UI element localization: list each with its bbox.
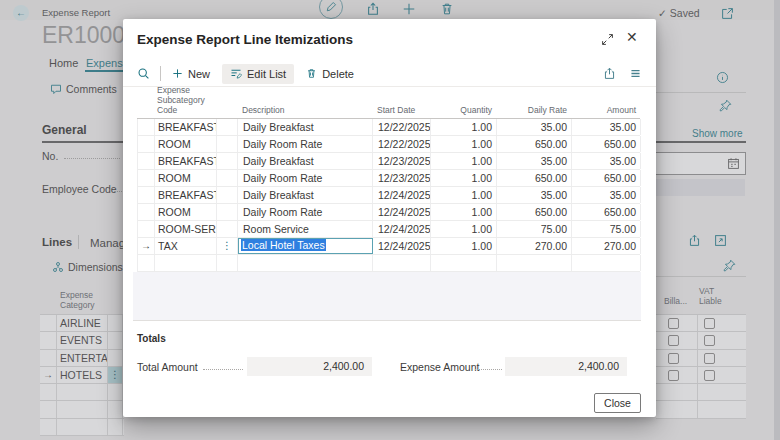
expense-amount-label: Expense Amount — [400, 361, 479, 373]
cell-daily-rate[interactable]: 650.00 — [497, 170, 572, 186]
row-menu[interactable] — [217, 136, 238, 152]
cell-description[interactable] — [238, 255, 373, 271]
delete-label: Delete — [322, 68, 354, 80]
cell-start-date[interactable]: 12/24/2025 — [373, 221, 431, 237]
cell-description[interactable]: Daily Room Rate — [238, 136, 373, 152]
cell-quantity[interactable] — [431, 255, 497, 271]
row-menu[interactable]: ⋮ — [217, 238, 238, 254]
cell-amount[interactable]: 650.00 — [572, 204, 641, 220]
row-menu[interactable] — [217, 170, 238, 186]
cell-subcategory-code[interactable]: BREAKFAST — [155, 187, 217, 203]
cell-quantity[interactable]: 1.00 — [431, 136, 497, 152]
row-menu[interactable] — [217, 221, 238, 237]
edit-list-button[interactable]: Edit List — [222, 64, 294, 84]
table-row[interactable]: BREAKFAST Daily Breakfast 12/22/2025 1.0… — [138, 119, 640, 136]
cell-quantity[interactable]: 1.00 — [431, 187, 497, 203]
row-menu[interactable] — [217, 187, 238, 203]
cell-daily-rate[interactable]: 35.00 — [497, 153, 572, 169]
cell-subcategory-code[interactable] — [155, 255, 217, 271]
cell-subcategory-code[interactable]: ROOM-SER — [155, 221, 217, 237]
cell-description[interactable]: Local Hotel Taxes — [238, 238, 373, 254]
cell-amount[interactable]: 35.00 — [572, 153, 641, 169]
selected-text: Local Hotel Taxes — [241, 239, 326, 251]
cell-subcategory-code[interactable]: TAX — [155, 238, 217, 254]
cell-subcategory-code[interactable]: ROOM — [155, 136, 217, 152]
cell-subcategory-code[interactable]: ROOM — [155, 170, 217, 186]
cell-quantity[interactable]: 1.00 — [431, 238, 497, 254]
cell-quantity[interactable]: 1.00 — [431, 170, 497, 186]
cell-amount[interactable]: 650.00 — [572, 170, 641, 186]
edit-list-icon — [230, 68, 242, 80]
cell-start-date[interactable]: 12/23/2025 — [373, 153, 431, 169]
cell-daily-rate[interactable]: 650.00 — [497, 204, 572, 220]
cell-subcategory-code[interactable]: BREAKFAST — [155, 119, 217, 135]
cell-quantity[interactable]: 1.00 — [431, 119, 497, 135]
cell-description[interactable]: Daily Breakfast — [238, 119, 373, 135]
plus-icon — [172, 68, 183, 79]
cell-amount[interactable]: 75.00 — [572, 221, 641, 237]
search-button[interactable] — [137, 67, 150, 80]
row-indicator — [138, 170, 155, 186]
header-daily-rate[interactable]: Daily Rate — [496, 105, 571, 118]
cell-amount[interactable]: 35.00 — [572, 187, 641, 203]
screen: ← Expense Report ER100001 ✓ Saved Home E… — [0, 0, 780, 440]
cell-start-date[interactable]: 12/24/2025 — [373, 204, 431, 220]
table-row[interactable]: BREAKFAST Daily Breakfast 12/23/2025 1.0… — [138, 153, 640, 170]
cell-subcategory-code[interactable]: ROOM — [155, 204, 217, 220]
table-row[interactable]: ROOM Daily Room Rate 12/22/2025 1.00 650… — [138, 136, 640, 153]
header-start-date[interactable]: Start Date — [372, 105, 430, 118]
row-menu[interactable] — [217, 153, 238, 169]
header-subcategory-code[interactable]: Expense Subcategory Code — [154, 85, 216, 118]
close-dialog-button[interactable]: ✕ — [626, 29, 638, 45]
cell-quantity[interactable]: 1.00 — [431, 221, 497, 237]
expense-amount-value: 2,400.00 — [505, 357, 627, 376]
itemizations-dialog: Expense Report Line Itemizations ✕ New E… — [123, 19, 656, 417]
cell-start-date[interactable]: 12/24/2025 — [373, 238, 431, 254]
table-row[interactable]: ROOM Daily Room Rate 12/24/2025 1.00 650… — [138, 204, 640, 221]
cell-amount[interactable] — [572, 255, 641, 271]
dialog-title: Expense Report Line Itemizations — [137, 32, 353, 47]
header-amount[interactable]: Amount — [571, 105, 640, 118]
cell-description[interactable]: Daily Room Rate — [238, 204, 373, 220]
cell-daily-rate[interactable]: 75.00 — [497, 221, 572, 237]
cell-daily-rate[interactable]: 650.00 — [497, 136, 572, 152]
expand-dialog-button[interactable] — [601, 33, 614, 46]
table-row[interactable] — [138, 255, 640, 272]
cell-start-date[interactable] — [373, 255, 431, 271]
cell-amount[interactable]: 650.00 — [572, 136, 641, 152]
row-menu[interactable] — [217, 255, 238, 271]
cell-daily-rate[interactable]: 35.00 — [497, 119, 572, 135]
cell-start-date[interactable]: 12/23/2025 — [373, 170, 431, 186]
cell-amount[interactable]: 270.00 — [572, 238, 641, 254]
cell-daily-rate[interactable]: 35.00 — [497, 187, 572, 203]
table-row[interactable]: BREAKFAST Daily Breakfast 12/24/2025 1.0… — [138, 187, 640, 204]
row-indicator — [138, 187, 155, 203]
list-options-icon[interactable] — [629, 67, 642, 80]
cell-start-date[interactable]: 12/24/2025 — [373, 187, 431, 203]
header-description[interactable]: Description — [237, 105, 372, 118]
grid-footer-band — [133, 272, 641, 321]
cell-daily-rate[interactable]: 270.00 — [497, 238, 572, 254]
table-row[interactable]: → TAX ⋮ Local Hotel Taxes 12/24/2025 1.0… — [138, 238, 640, 255]
table-row[interactable]: ROOM-SER Room Service 12/24/2025 1.00 75… — [138, 221, 640, 238]
row-menu[interactable] — [217, 119, 238, 135]
cell-description[interactable]: Daily Breakfast — [238, 153, 373, 169]
share-button[interactable] — [603, 67, 616, 80]
close-button[interactable]: Close — [594, 393, 641, 413]
table-row[interactable]: ROOM Daily Room Rate 12/23/2025 1.00 650… — [138, 170, 640, 187]
cell-quantity[interactable]: 1.00 — [431, 204, 497, 220]
cell-start-date[interactable]: 12/22/2025 — [373, 119, 431, 135]
delete-line-button[interactable]: Delete — [306, 68, 354, 80]
cell-amount[interactable]: 35.00 — [572, 119, 641, 135]
row-menu[interactable] — [217, 204, 238, 220]
cell-daily-rate[interactable] — [497, 255, 572, 271]
cell-quantity[interactable]: 1.00 — [431, 153, 497, 169]
cell-subcategory-code[interactable]: BREAKFAST — [155, 153, 217, 169]
cell-start-date[interactable]: 12/22/2025 — [373, 136, 431, 152]
cell-description[interactable]: Daily Breakfast — [238, 187, 373, 203]
cell-description[interactable]: Room Service — [238, 221, 373, 237]
header-quantity[interactable]: Quantity — [430, 105, 496, 118]
cell-description[interactable]: Daily Room Rate — [238, 170, 373, 186]
new-line-button[interactable]: New — [172, 68, 210, 80]
row-indicator — [138, 204, 155, 220]
